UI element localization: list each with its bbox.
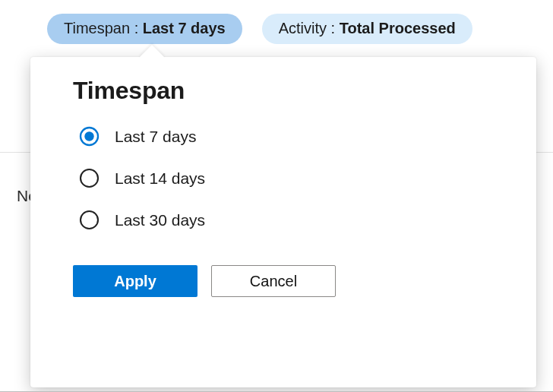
- cancel-button[interactable]: Cancel: [211, 265, 336, 297]
- filter-pill-timespan[interactable]: Timespan : Last 7 days: [47, 14, 242, 44]
- svg-point-1: [84, 131, 93, 141]
- popover-button-row: Apply Cancel: [73, 265, 494, 297]
- radio-unselected-icon: [79, 168, 100, 188]
- filter-pill-timespan-label: Timespan :: [64, 20, 143, 36]
- option-label: Last 30 days: [115, 211, 205, 229]
- radio-selected-icon: [79, 126, 100, 147]
- timespan-popover: Timespan Last 7 days Last 14 days: [30, 57, 536, 387]
- filter-pill-activity-label: Activity :: [279, 20, 340, 36]
- apply-button[interactable]: Apply: [73, 265, 198, 297]
- option-label: Last 14 days: [115, 169, 205, 188]
- timespan-options: Last 7 days Last 14 days Last 30 days: [79, 126, 494, 230]
- filter-pill-row: Timespan : Last 7 days Activity : Total …: [47, 14, 472, 44]
- svg-point-3: [81, 211, 98, 229]
- filter-pill-activity-value: Total Processed: [340, 20, 456, 36]
- option-last-7-days[interactable]: Last 7 days: [79, 126, 494, 147]
- radio-unselected-icon: [79, 210, 100, 230]
- svg-point-2: [81, 169, 98, 187]
- filter-pill-timespan-value: Last 7 days: [143, 20, 226, 36]
- option-last-30-days[interactable]: Last 30 days: [79, 210, 494, 230]
- popover-caret: [139, 45, 165, 71]
- option-last-14-days[interactable]: Last 14 days: [79, 168, 494, 188]
- filter-pill-activity[interactable]: Activity : Total Processed: [262, 14, 472, 44]
- option-label: Last 7 days: [115, 128, 196, 146]
- popover-title: Timespan: [73, 77, 494, 105]
